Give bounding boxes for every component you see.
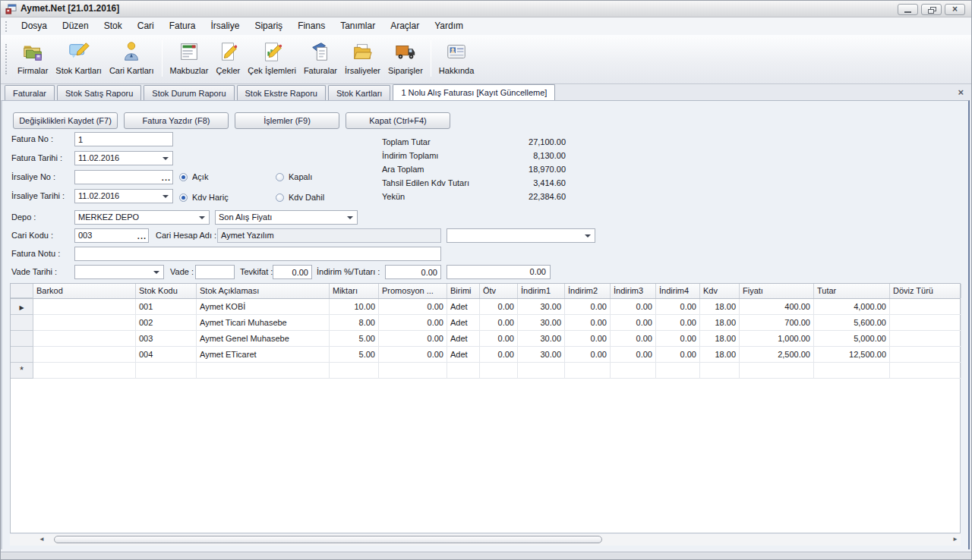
indirim-tutar-field[interactable]: 0.00 [447,265,551,279]
menu-item-stok[interactable]: Stok [96,17,130,35]
grid-cell[interactable]: 002 [136,315,197,331]
grid-cell[interactable]: 30.00 [518,315,565,331]
scroll-right-icon[interactable]: ► [952,536,958,543]
row-selector[interactable] [11,347,33,363]
grid-cell[interactable] [480,363,518,379]
grid-cell[interactable]: 0.00 [480,315,518,331]
grid-cell[interactable]: 0.00 [565,315,611,331]
fatura-no-input[interactable] [74,132,173,146]
grid-cell[interactable]: 0.00 [480,331,518,347]
grid-cell[interactable] [379,363,447,379]
toolbar-item-cekler[interactable]: Çekler [212,35,244,83]
grid-cell[interactable]: 18.00 [700,331,740,347]
grid-cell[interactable]: 5,000.00 [814,331,890,347]
scrollbar-thumb[interactable] [54,536,602,543]
grid-cell[interactable]: Adet [447,331,480,347]
grid-cell[interactable] [890,299,961,315]
table-row-new[interactable]: * [11,363,960,379]
grid-cell[interactable]: 4,000.00 [814,299,890,315]
grid-header-indirim4[interactable]: İndirim4 [656,284,700,298]
grid-cell[interactable]: 2,500.00 [740,347,814,363]
grid-cell[interactable] [518,363,565,379]
grid-cell[interactable] [890,363,961,379]
grid-cell[interactable]: 0.00 [379,299,447,315]
row-selector[interactable] [11,331,33,347]
grid-cell[interactable]: 5,600.00 [814,315,890,331]
grid-cell[interactable]: 0.00 [656,315,700,331]
tab-1-nolu-alis-faturasi-kayit-guncelleme[interactable]: 1 Nolu Alış Faturası [Kayıt Güncelleme] [393,84,555,100]
radio-kdv-dahil[interactable]: Kdv Dahil [276,193,374,203]
grid-cell[interactable]: 0.00 [565,299,611,315]
grid-header-indirim2[interactable]: İndirim2 [565,284,611,298]
tab-faturalar[interactable]: Faturalar [5,85,55,100]
table-row[interactable]: ▶001Aymet KOBİ10.000.00Adet0.0030.000.00… [11,299,960,315]
grid-cell[interactable] [890,347,961,363]
grid-header-miktari[interactable]: Miktarı [330,284,379,298]
grid-cell[interactable] [814,363,890,379]
horizontal-scrollbar[interactable]: ◄ ► [10,534,961,546]
grid-cell[interactable]: 12,500.00 [814,347,890,363]
scroll-left-icon[interactable]: ◄ [39,536,45,543]
tab-stok-durum-raporu[interactable]: Stok Durum Raporu [144,85,234,100]
ellipsis-button[interactable]: ... [162,171,171,184]
grid-header-stok-aciklamasi[interactable]: Stok Açıklaması [197,284,330,298]
menu-item-dosya[interactable]: Dosya [14,17,55,35]
grid-header-birimi[interactable]: Birimi [447,284,480,298]
grid-cell[interactable]: 5.00 [330,347,379,363]
grid-cell[interactable]: Aymet Ticari Muhasebe [197,315,330,331]
tab-stok-satis-raporu[interactable]: Stok Satış Raporu [57,85,141,100]
grid-cell[interactable]: 0.00 [379,315,447,331]
irsaliye-tarihi-combo[interactable]: 11.02.2016 [74,189,173,203]
grid-cell[interactable] [197,363,330,379]
menu-item-finans[interactable]: Finans [290,17,333,35]
toolbar-item-hakkinda[interactable]: Hakkında [435,35,478,83]
grid-header-kdv[interactable]: Kdv [700,284,740,298]
grid-cell[interactable] [890,331,961,347]
tevkifat-input[interactable] [273,265,312,279]
grid-cell[interactable]: 0.00 [480,299,518,315]
print-invoice-button[interactable]: Fatura Yazdır (F8) [124,112,229,129]
new-row-selector[interactable]: * [11,363,33,379]
grid-cell[interactable]: Aymet KOBİ [197,299,330,315]
cari-extra-combo[interactable] [447,228,595,243]
grid-cell[interactable]: Aymet Genel Muhasebe [197,331,330,347]
radio-kapali[interactable]: Kapalı [276,172,374,183]
fatura-notu-input[interactable] [74,247,441,261]
grid-cell[interactable] [33,299,136,315]
grid-header-stok-kodu[interactable]: Stok Kodu [136,284,197,298]
indirim-input[interactable] [385,265,441,279]
menu-item-araclar[interactable]: Araçlar [383,17,427,35]
fatura-tarihi-combo[interactable]: 11.02.2016 [74,151,173,165]
menu-item-fatura[interactable]: Fatura [162,17,204,35]
menu-item-tanimlar[interactable]: Tanımlar [333,17,383,35]
close-button[interactable]: × [945,4,965,15]
irsaliye-no-input[interactable]: ... [74,170,173,184]
grid-cell[interactable]: 0.00 [480,347,518,363]
grid-cell[interactable]: 30.00 [518,331,565,347]
grid-cell[interactable]: Adet [447,347,480,363]
fiyat-tipi-combo[interactable]: Son Alış Fiyatı [215,210,358,225]
tab-close-icon[interactable]: × [958,87,964,98]
toolbar-item-cari-kartlari[interactable]: Cari Kartları [106,35,158,83]
grid-cell[interactable] [33,331,136,347]
grid-header-fiyati[interactable]: Fiyatı [740,284,814,298]
grid-cell[interactable]: 004 [136,347,197,363]
grid-cell[interactable] [136,363,197,379]
grid-cell[interactable]: 400.00 [740,299,814,315]
table-row[interactable]: 002Aymet Ticari Muhasebe8.000.00Adet0.00… [11,315,960,331]
grid-cell[interactable]: 0.00 [611,299,656,315]
operations-button[interactable]: İşlemler (F9) [235,112,339,129]
grid-header-tutar[interactable]: Tutar [814,284,890,298]
grid-header-barkod[interactable]: Barkod [33,284,136,298]
close-tab-button[interactable]: Kapat (Ctrl+F4) [346,112,450,129]
grid-cell[interactable]: 18.00 [700,315,740,331]
grid-cell[interactable]: 30.00 [518,347,565,363]
grid-cell[interactable]: 0.00 [656,331,700,347]
grid-cell[interactable] [33,363,136,379]
menu-item-siparis[interactable]: Sipariş [247,17,290,35]
grid-cell[interactable]: 18.00 [700,347,740,363]
grid-header-otv[interactable]: Ötv [480,284,518,298]
menu-item-yardim[interactable]: Yardım [427,17,471,35]
toolbar-item-siparisler[interactable]: Siparişler [384,35,427,83]
grid-cell[interactable]: 700.00 [740,315,814,331]
